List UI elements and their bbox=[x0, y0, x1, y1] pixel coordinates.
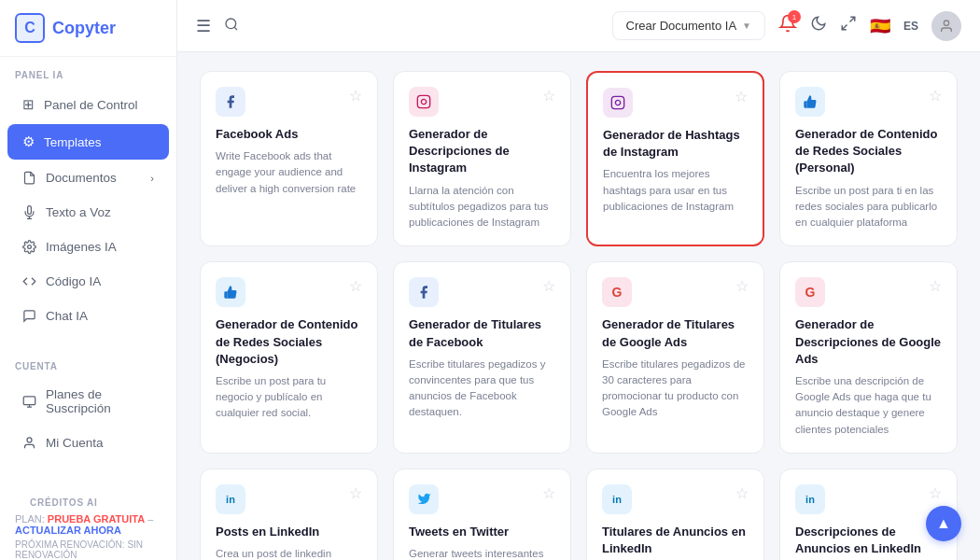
sidebar-item-label: Mi Cuenta bbox=[46, 436, 104, 450]
creditos-ai-label: CRÉDITOS AI bbox=[15, 484, 161, 513]
sidebar-item-codigo[interactable]: Código IA bbox=[7, 265, 169, 298]
sidebar-item-chat[interactable]: Chat IA bbox=[7, 300, 169, 332]
sidebar-item-imagenes[interactable]: Imágenes IA bbox=[7, 231, 169, 263]
fullscreen-icon[interactable] bbox=[840, 15, 857, 36]
sidebar-item-panel[interactable]: ⊞ Panel de Control bbox=[7, 87, 169, 122]
card-header: ☆ bbox=[795, 87, 942, 117]
card-facebook-ads[interactable]: ☆ Facebook Ads Write Facebook ads that e… bbox=[200, 71, 378, 246]
cards-row-2: ☆ Generador de Contenido de Redes Social… bbox=[200, 261, 958, 454]
card-generador-contenido-negocios[interactable]: ☆ Generador de Contenido de Redes Social… bbox=[200, 261, 378, 454]
card-desc: Escribe un post para ti en las redes soc… bbox=[795, 183, 942, 231]
card-header: ☆ bbox=[216, 277, 362, 307]
card-title: Generador de Titulares de Facebook bbox=[409, 316, 555, 350]
plan-text: PLAN: bbox=[15, 513, 45, 525]
card-desc: Write Facebook ads that engage your audi… bbox=[216, 148, 362, 197]
star-icon[interactable]: ☆ bbox=[542, 87, 555, 105]
codigo-icon bbox=[22, 274, 36, 288]
svg-point-7 bbox=[226, 19, 236, 29]
card-title: Generador de Descripciones de Google Ads bbox=[795, 316, 942, 368]
star-icon[interactable]: ☆ bbox=[735, 484, 749, 502]
card-header: ☆ bbox=[409, 87, 555, 117]
star-icon[interactable]: ☆ bbox=[542, 277, 555, 295]
svg-point-11 bbox=[944, 21, 948, 25]
scroll-up-button[interactable]: ▲ bbox=[926, 506, 961, 541]
card-desc: Llarna la atención con subtítulos pegadi… bbox=[409, 183, 555, 231]
card-desc: Escribe un post para tu negocio y publíc… bbox=[216, 373, 362, 422]
topbar-right: Crear Documento IA ▼ 1 🇪🇸 ES bbox=[612, 11, 961, 41]
chevron-down-icon: ▼ bbox=[742, 21, 751, 31]
sidebar-item-label: Templates bbox=[44, 135, 102, 149]
card-titulares-linkedin[interactable]: in ☆ Titulares de Anuncios en LinkedIn T… bbox=[586, 469, 764, 560]
cards-row-3: in ☆ Posts en LinkedIn Crea un post de l… bbox=[200, 469, 958, 560]
card-icon-g: G bbox=[602, 277, 632, 307]
card-title: Generador de Descripciones de Instagram bbox=[409, 126, 555, 177]
star-icon[interactable]: ☆ bbox=[349, 87, 362, 105]
star-icon[interactable]: ☆ bbox=[735, 88, 748, 105]
card-generador-descripciones-google[interactable]: G ☆ Generador de Descripciones de Google… bbox=[779, 261, 958, 454]
sidebar-item-label: Panel de Control bbox=[44, 98, 138, 112]
card-icon-g2: G bbox=[795, 277, 825, 307]
card-title: Posts en LinkedIn bbox=[216, 524, 362, 540]
search-icon[interactable] bbox=[224, 17, 239, 35]
card-generador-hashtags-ig[interactable]: ☆ Generador de Hashtags de Instagram Enc… bbox=[586, 71, 764, 246]
cuenta-icon bbox=[22, 436, 36, 450]
star-icon[interactable]: ☆ bbox=[735, 277, 749, 295]
card-icon-tw bbox=[409, 484, 439, 514]
sidebar-item-planes[interactable]: Planes de Suscripción bbox=[7, 378, 169, 425]
card-icon-fb bbox=[216, 87, 245, 117]
card-desc: Escribe titulares pegadizos de 30 caract… bbox=[602, 357, 749, 421]
sidebar-item-label: Documentos bbox=[46, 171, 117, 185]
card-generador-descripciones-ig[interactable]: ☆ Generador de Descripciones de Instagra… bbox=[393, 71, 571, 246]
panel-ia-label: PANEL IA bbox=[0, 57, 176, 86]
card-desc: Encuentra los mejores hashtags para usar… bbox=[603, 166, 748, 215]
sidebar-item-documentos[interactable]: Documentos › bbox=[7, 161, 169, 194]
card-title: Tweets en Twitter bbox=[409, 524, 555, 540]
svg-point-2 bbox=[28, 245, 32, 249]
sidebar-item-label: Texto a Voz bbox=[46, 205, 111, 219]
lang-label: ES bbox=[903, 20, 918, 33]
logo-icon: C bbox=[15, 13, 45, 43]
plan-update-link[interactable]: ACTUALIZAR AHORA bbox=[15, 525, 121, 536]
card-tweets-twitter[interactable]: ☆ Tweets en Twitter Generar tweets inter… bbox=[393, 469, 571, 560]
topbar-left: ☰ bbox=[196, 16, 239, 36]
hamburger-icon[interactable]: ☰ bbox=[196, 16, 211, 36]
star-icon[interactable]: ☆ bbox=[929, 277, 942, 295]
card-icon-li3: in bbox=[795, 484, 825, 514]
sidebar-item-cuenta[interactable]: Mi Cuenta bbox=[7, 427, 169, 459]
crear-btn-label: Crear Documento IA bbox=[626, 19, 737, 33]
card-generador-titulares-google[interactable]: G ☆ Generador de Titulares de Google Ads… bbox=[586, 261, 764, 454]
card-icon-thumb2 bbox=[216, 277, 245, 307]
plan-free-link[interactable]: PRUEBA GRATUITA bbox=[48, 513, 145, 525]
crear-documento-btn[interactable]: Crear Documento IA ▼ bbox=[612, 11, 765, 40]
card-desc: Generar tweets interesantes en Twitter c… bbox=[409, 546, 555, 560]
star-icon[interactable]: ☆ bbox=[542, 484, 555, 502]
card-icon-ig bbox=[409, 87, 439, 117]
chevron-right-icon: › bbox=[150, 173, 154, 184]
card-icon-fb2 bbox=[409, 277, 439, 307]
card-generador-contenido-personal[interactable]: ☆ Generador de Contenido de Redes Social… bbox=[779, 71, 958, 246]
dark-mode-icon[interactable] bbox=[810, 15, 827, 36]
card-generador-titulares-fb[interactable]: ☆ Generador de Titulares de Facebook Esc… bbox=[393, 261, 571, 454]
plan-sep: – bbox=[147, 513, 153, 525]
card-title: Titulares de Anuncios en LinkedIn bbox=[602, 524, 749, 557]
sidebar-item-templates[interactable]: ⚙ Templates bbox=[7, 124, 169, 160]
notification-btn[interactable]: 1 bbox=[778, 14, 797, 37]
sidebar-item-texto[interactable]: Texto a Voz bbox=[7, 196, 169, 229]
content-area: ☆ Facebook Ads Write Facebook ads that e… bbox=[177, 52, 980, 560]
credits-section: CRÉDITOS AI PLAN: PRUEBA GRATUITA – ACTU… bbox=[0, 475, 176, 560]
card-header: G ☆ bbox=[795, 277, 942, 307]
card-icon-li: in bbox=[216, 484, 245, 514]
card-icon-ig2 bbox=[603, 88, 633, 118]
svg-rect-3 bbox=[23, 396, 35, 404]
avatar[interactable] bbox=[931, 11, 961, 41]
star-icon[interactable]: ☆ bbox=[349, 484, 362, 502]
star-icon[interactable]: ☆ bbox=[929, 87, 942, 105]
star-icon[interactable]: ☆ bbox=[929, 484, 942, 502]
sidebar-item-label: Código IA bbox=[46, 274, 101, 288]
star-icon[interactable]: ☆ bbox=[349, 277, 362, 295]
svg-line-8 bbox=[234, 27, 237, 30]
card-posts-linkedin[interactable]: in ☆ Posts en LinkedIn Crea un post de l… bbox=[200, 469, 378, 560]
card-header: ☆ bbox=[409, 484, 555, 514]
card-desc: Escribe titulares pegadizos y convincent… bbox=[409, 357, 555, 421]
card-title: Descripciones de Anuncios en LinkedIn bbox=[795, 524, 942, 557]
